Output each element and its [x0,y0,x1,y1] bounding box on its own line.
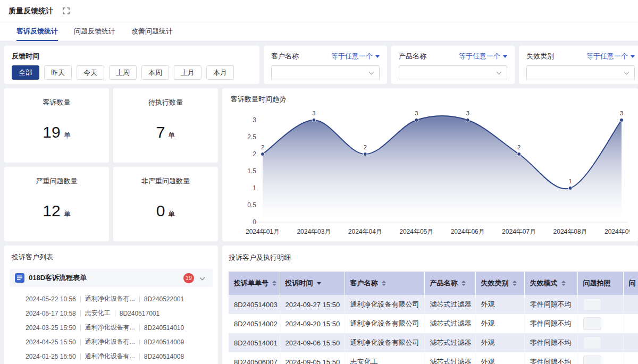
complaint-list-item[interactable]: 2024-04-25 15:50通利净化设备有...8D240514009 [4,335,218,349]
svg-text:2.5: 2.5 [247,133,256,141]
time-btn-yesterday[interactable]: 昨天 [44,65,72,80]
tab-problem-feedback-stats[interactable]: 问题反馈统计 [74,22,115,41]
trend-chart-title: 客诉数量时间趋势 [231,95,629,104]
time-btn-last-month[interactable]: 上月 [174,65,202,80]
col-customer-name[interactable]: 客户名称 [345,272,424,295]
col-product-name[interactable]: 产品名称 [424,272,475,295]
time-btn-last-week[interactable]: 上周 [109,65,137,80]
item-customer: 通利净化设备有... [85,352,135,361]
item-date: 2024-04-25 15:50 [26,338,76,346]
table-header-row: 投诉单单号 投诉时间 客户名称 产品名称 失效类别 失效模式 问题拍照 问 [229,272,638,295]
stat-label: 非严重问题数量 [141,176,190,186]
sort-icon[interactable] [513,281,517,286]
svg-text:2: 2 [261,144,264,150]
sort-desc-icon[interactable] [317,282,321,285]
complaint-group-header[interactable]: 018D客诉流程表单 19 [10,269,213,287]
cell-time: 2024-09-06 15:50 [280,333,345,352]
item-code: 8D240514008 [144,353,184,360]
photo-thumbnail[interactable] [583,298,601,311]
time-btn-all[interactable]: 全部 [12,65,39,80]
table-row: 8D240514002 2024-09-20 15:50 通利净化设备有限公司 … [229,314,638,333]
cell-customer: 志安化工 [345,352,424,364]
sort-icon[interactable] [272,281,276,286]
complaint-list-item[interactable]: 2024-05-17 10:58志安化工8D240517001 [4,306,218,320]
tab-improvement-stats[interactable]: 改善问题统计 [131,22,173,41]
item-customer: 志安化工 [85,309,111,318]
detail-table-wrap: 投诉单单号 投诉时间 客户名称 产品名称 失效类别 失效模式 问题拍照 问 [229,272,638,364]
svg-text:1: 1 [253,184,256,192]
stat-card-serious-count: 严重问题数量 12单 [4,167,109,241]
complaint-list-item[interactable]: 2024-05-22 10:56通利净化设备有...8D240522001 [4,292,218,306]
item-date: 2024-05-17 10:58 [26,310,76,317]
svg-text:2024年05月: 2024年05月 [399,228,433,235]
cell-product: 滤芯式过滤器 [424,333,475,352]
complaint-detail-table-card: 投诉客户及执行明细 投诉单单号 投诉时间 客户名称 产品名称 [222,246,638,364]
time-btn-this-month[interactable]: 本月 [206,65,234,80]
customer-name-label: 客户名称 [271,52,299,61]
customer-operator-text: 等于任意一个 [331,52,373,61]
svg-text:2024年03月: 2024年03月 [297,228,331,235]
sort-icon[interactable] [561,281,566,286]
stat-card-pending-count: 待执行数量 7单 [113,88,218,163]
time-range-buttons: 全部 昨天 今天 上周 本周 上月 本月 [12,65,252,80]
cell-clipped [623,333,638,352]
table-row: 8D240506007 2024-09-05 15:50 志安化工 滤芯式过滤器… [229,352,638,364]
col-failure-mode[interactable]: 失效模式 [524,272,577,295]
cell-time: 2024-09-05 15:50 [280,352,345,364]
tab-customer-complaint-stats[interactable]: 客诉反馈统计 [16,22,58,41]
complaint-list-item[interactable]: 2024-03-25 15:50通利净化设备有...8D240514010 [4,320,218,335]
main-row: 客诉数量 19单 待执行数量 7单 严重问题数量 12单 非严重问题数量 0单 … [4,88,634,364]
stat-card-non-serious-count: 非严重问题数量 0单 [113,167,218,241]
cell-failure-type: 外观 [475,295,524,314]
chevron-down-icon[interactable] [200,275,205,280]
svg-text:0: 0 [253,218,256,226]
item-date: 2024-05-22 10:56 [26,295,76,303]
cell-customer: 通利净化设备有限公司 [345,295,424,314]
cell-failure-type: 外观 [475,333,524,352]
trend-area-chart: 00.511.522.532024年01月2024年03月2024年04月202… [231,108,629,235]
stat-label: 客诉数量 [43,98,71,107]
customer-operator-dropdown[interactable]: 等于任意一个 [331,52,380,61]
time-btn-today[interactable]: 今天 [77,65,104,80]
cell-order-no: 8D240514002 [229,314,280,333]
svg-text:2024年07月: 2024年07月 [502,228,536,235]
time-btn-this-week[interactable]: 本周 [141,65,169,80]
failure-select[interactable] [526,65,635,80]
sort-icon[interactable] [382,281,386,286]
caret-down-icon [503,55,507,58]
col-clipped[interactable]: 问 [623,272,638,295]
detail-table: 投诉单单号 投诉时间 客户名称 产品名称 失效类别 失效模式 问题拍照 问 [229,272,638,364]
customer-select[interactable] [271,65,380,80]
svg-text:2024年08月: 2024年08月 [553,228,587,235]
col-order-no[interactable]: 投诉单单号 [229,272,280,295]
product-name-label: 产品名称 [399,52,426,61]
stat-value: 7 [156,123,165,141]
item-code: 8D240522001 [144,295,184,303]
item-code: 8D240517001 [120,310,160,317]
svg-text:3: 3 [415,110,418,116]
sort-icon[interactable] [461,281,466,286]
cell-order-no: 8D240506007 [229,352,280,364]
complaint-count-badge: 19 [183,273,194,283]
col-failure-type[interactable]: 失效类别 [475,272,524,295]
chevron-down-icon [497,70,502,75]
cell-failure-type: 外观 [475,352,524,364]
svg-text:1.5: 1.5 [247,167,256,175]
photo-thumbnail[interactable] [583,355,601,364]
svg-text:2024年04月: 2024年04月 [348,228,382,235]
dashboard-content: 反馈时间 全部 昨天 今天 上周 本周 上月 本月 客户名称 等于任意一个 产品… [0,41,638,364]
cell-product: 滤芯式过滤器 [424,314,475,333]
tab-bar: 客诉反馈统计 问题反馈统计 改善问题统计 [0,22,638,41]
photo-thumbnail[interactable] [583,317,601,330]
col-complaint-time[interactable]: 投诉时间 [280,272,345,295]
product-select[interactable] [399,65,507,80]
complaint-customer-list-card: 投诉客户列表 018D客诉流程表单 19 2024-05-22 10:56通利净… [4,246,218,364]
stat-label: 严重问题数量 [36,176,78,186]
photo-thumbnail[interactable] [583,336,601,349]
complaint-list-item[interactable]: 2024-01-25 15:50通利净化设备有...8D240514008 [4,349,218,363]
failure-operator-dropdown[interactable]: 等于任意一个 [586,52,635,61]
cell-order-no: 8D240514001 [229,333,280,352]
col-problem-photo[interactable]: 问题拍照 [577,272,623,295]
fullscreen-icon[interactable] [63,7,70,14]
product-operator-dropdown[interactable]: 等于任意一个 [459,52,507,61]
